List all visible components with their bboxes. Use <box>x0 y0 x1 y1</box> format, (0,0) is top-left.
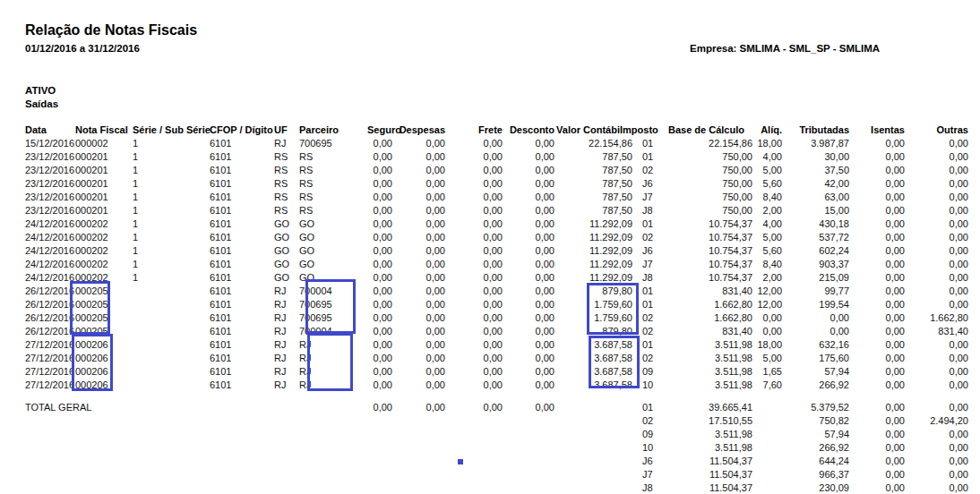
cell-isentas: 0,00 <box>849 352 905 365</box>
total-row: TOTAL GERAL0,000,000,000,000139.665,415.… <box>25 401 968 414</box>
cell-seguro: 0,00 <box>367 191 392 204</box>
cell-isentas: 0,00 <box>849 204 905 217</box>
cell-frete: 0,00 <box>445 352 503 365</box>
cell-cfop: 6101 <box>210 298 274 311</box>
total-cell-tributadas: 750,82 <box>782 414 849 428</box>
cell-tributadas: 430,18 <box>782 217 849 231</box>
cell-data: 27/12/2016 <box>25 365 75 379</box>
cell-isentas: 0,00 <box>849 285 905 298</box>
cell-nota_fiscal: 000202 <box>75 231 133 244</box>
cell-base_calculo: 750,00 <box>668 164 752 177</box>
cell-desconto: 0,00 <box>503 150 554 164</box>
cell-serie: 1 <box>133 244 210 258</box>
cell-base_calculo: 3.511,98 <box>668 365 752 379</box>
cell-valor_contabil: 11.292,09 <box>554 244 632 258</box>
table-row: 24/12/201600020216101GOGO0,000,000,000,0… <box>25 244 968 258</box>
section-saidas: Saídas <box>25 98 58 109</box>
cell-serie: 1 <box>133 137 210 150</box>
total-cell-outras: 0,00 <box>905 441 968 455</box>
cell-outras: 0,00 <box>905 244 968 258</box>
header-row: DataNota FiscalSérie / Sub SérieCFOP / D… <box>25 123 968 137</box>
cell-serie <box>133 365 210 379</box>
cell-desconto: 0,00 <box>503 365 554 379</box>
cell-base_calculo: 3.511,98 <box>668 379 752 392</box>
cell-data: 27/12/2016 <box>25 379 75 392</box>
cell-frete: 0,00 <box>445 285 503 298</box>
cell-serie <box>133 338 210 352</box>
total-cell-imposto: 01 <box>632 401 668 414</box>
cell-tributadas: 99,77 <box>782 285 849 298</box>
total-cell-aliq <box>752 468 782 481</box>
cell-desconto: 0,00 <box>503 325 554 338</box>
total-cell-outras: 0,00 <box>905 468 968 481</box>
cell-despesas: 0,00 <box>392 191 445 204</box>
cell-frete: 0,00 <box>445 325 503 338</box>
total-row: J811.504,37230,090,000,00 <box>25 481 968 494</box>
cell-valor_contabil: 22.154,86 <box>554 137 632 150</box>
cell-tributadas: 42,00 <box>782 177 849 191</box>
total-cell-isentas: 0,00 <box>849 468 905 481</box>
cell-cfop: 6101 <box>210 150 274 164</box>
cell-imposto: J7 <box>632 191 668 204</box>
cell-parceiro: 700695 <box>299 137 367 150</box>
cell-valor_contabil: 787,50 <box>554 191 632 204</box>
total-row: J711.504,37966,370,000,00 <box>25 468 968 481</box>
cell-isentas: 0,00 <box>849 365 905 379</box>
column-header-data: Data <box>25 123 75 137</box>
table-row: 23/12/201600020116101RSRS0,000,000,000,0… <box>25 204 968 217</box>
total-cell-outras: 0,00 <box>905 428 968 441</box>
cell-tributadas: 15,00 <box>782 204 849 217</box>
cell-nota_fiscal: 000202 <box>75 244 133 258</box>
column-header-cfop: CFOP / Dígito <box>210 123 274 137</box>
cell-despesas: 0,00 <box>392 298 445 311</box>
column-header-desconto: Desconto <box>503 123 554 137</box>
cell-frete: 0,00 <box>445 338 503 352</box>
total-cell-outras: 0,00 <box>905 455 968 468</box>
cell-serie: 1 <box>133 164 210 177</box>
cell-aliq: 8,40 <box>752 191 782 204</box>
cell-data: 24/12/2016 <box>25 231 75 244</box>
cell-isentas: 0,00 <box>849 298 905 311</box>
cell-frete: 0,00 <box>445 217 503 231</box>
cell-outras: 0,00 <box>905 177 968 191</box>
cell-frete: 0,00 <box>445 365 503 379</box>
cell-frete: 0,00 <box>445 191 503 204</box>
cell-despesas: 0,00 <box>392 271 445 285</box>
cell-tributadas: 30,00 <box>782 150 849 164</box>
total-row: 0217.510,55750,820,002.494,20 <box>25 414 968 428</box>
spacer-cell <box>25 392 968 401</box>
cell-nota_fiscal: 000202 <box>75 217 133 231</box>
table-row: 23/12/201600020116101RSRS0,000,000,000,0… <box>25 191 968 204</box>
cell-outras: 0,00 <box>905 379 968 392</box>
cell-base_calculo: 10.754,37 <box>668 271 752 285</box>
cell-tributadas: 0,00 <box>782 325 849 338</box>
total-cell-imposto: J7 <box>632 468 668 481</box>
cell-cfop: 6101 <box>210 271 274 285</box>
total-cell-seguro: 0,00 <box>367 401 392 414</box>
cell-data: 26/12/2016 <box>25 311 75 325</box>
table-row: 27/12/20160002066101RJRJ0,000,000,000,00… <box>25 352 968 365</box>
cell-imposto: J6 <box>632 244 668 258</box>
cell-tributadas: 0,00 <box>782 311 849 325</box>
cell-tributadas: 215,09 <box>782 271 849 285</box>
cell-despesas: 0,00 <box>392 177 445 191</box>
cell-serie: 1 <box>133 271 210 285</box>
cell-seguro: 0,00 <box>367 285 392 298</box>
cell-base_calculo: 831,40 <box>668 285 752 298</box>
cell-nota_fiscal: 000201 <box>75 150 133 164</box>
total-cell-tributadas: 57,94 <box>782 428 849 441</box>
cell-desconto: 0,00 <box>503 311 554 325</box>
cell-aliq: 18,00 <box>752 137 782 150</box>
cell-uf: GO <box>274 271 299 285</box>
cell-aliq: 12,00 <box>752 298 782 311</box>
cell-seguro: 0,00 <box>367 271 392 285</box>
cell-isentas: 0,00 <box>849 338 905 352</box>
cell-despesas: 0,00 <box>392 379 445 392</box>
total-cell-aliq <box>752 481 782 494</box>
column-header-parceiro: Parceiro <box>299 123 367 137</box>
cell-base_calculo: 1.662,80 <box>668 311 752 325</box>
cell-desconto: 0,00 <box>503 137 554 150</box>
total-cell-outras: 0,00 <box>905 401 968 414</box>
cell-valor_contabil: 787,50 <box>554 177 632 191</box>
cell-data: 24/12/2016 <box>25 271 75 285</box>
